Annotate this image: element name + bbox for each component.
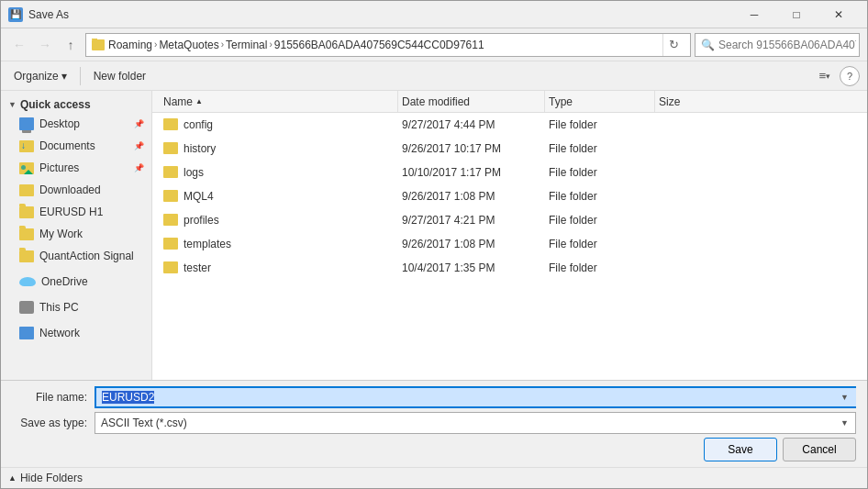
col-date-header[interactable]: Date modified (398, 91, 545, 112)
sidebar-item-downloaded[interactable]: Downloaded (1, 179, 151, 201)
cell-type: File folder (545, 214, 655, 227)
action-right: ≡▾ ? (814, 65, 860, 87)
cell-date: 9/26/2017 10:17 PM (398, 142, 545, 155)
cancel-button[interactable]: Cancel (783, 438, 856, 461)
title-bar: 💾 Save As ─ □ ✕ (1, 1, 867, 28)
cell-date: 10/4/2017 1:35 PM (398, 261, 545, 274)
addr-terminal: Terminal › (226, 39, 273, 51)
col-type-header[interactable]: Type (545, 91, 655, 112)
table-row[interactable]: logs 10/10/2017 1:17 PM File folder (152, 161, 867, 184)
cell-name: logs (160, 166, 398, 179)
table-row[interactable]: templates 9/26/2017 1:08 PM File folder (152, 232, 867, 256)
table-row[interactable]: profiles 9/27/2017 4:21 PM File folder (152, 208, 867, 232)
sidebar-item-onedrive[interactable]: OneDrive (1, 271, 151, 293)
forward-button[interactable]: → (34, 34, 56, 56)
quick-access-label: Quick access (20, 98, 91, 111)
cell-type: File folder (545, 118, 655, 131)
cell-type: File folder (545, 238, 655, 250)
bottom-area: File name: Save as type: ASCII Text (*.c… (1, 380, 867, 467)
network-icon (19, 327, 34, 339)
table-row[interactable]: tester 10/4/2017 1:35 PM File folder (152, 256, 867, 280)
back-button[interactable]: ← (8, 34, 30, 56)
documents-icon: ↓ (19, 140, 34, 152)
maximize-button[interactable]: □ (775, 1, 818, 28)
content-area: ▼ Quick access Desktop 📌 ↓ Documents 📌 (1, 91, 867, 380)
close-button[interactable]: ✕ (818, 1, 860, 28)
save-button[interactable]: Save (704, 438, 777, 461)
quick-access-header[interactable]: ▼ Quick access (1, 94, 151, 113)
pin-icon: 📌 (134, 119, 144, 128)
pin-icon: 📌 (134, 163, 144, 172)
cell-name: MQL4 (160, 190, 398, 203)
network-section: Network (1, 322, 151, 344)
file-list: Name ▲ Date modified Type Size config (152, 91, 867, 380)
quick-access-section: ▼ Quick access Desktop 📌 ↓ Documents 📌 (1, 94, 151, 267)
minimize-button[interactable]: ─ (733, 1, 775, 28)
onedrive-section: OneDrive (1, 271, 151, 293)
addr-metaquotes: MetaQuotes › (159, 39, 224, 51)
cell-date: 9/26/2017 1:08 PM (398, 238, 545, 250)
toolbar-separator (80, 67, 81, 85)
addr-guid: 915566BA06ADA407569C544CC0D97611 (274, 39, 484, 51)
help-button[interactable]: ? (840, 66, 860, 86)
table-row[interactable]: history 9/26/2017 10:17 PM File folder (152, 137, 867, 161)
sidebar-item-label: QuantAction Signal (39, 250, 134, 262)
dialog-buttons: Save Cancel (12, 438, 856, 461)
file-list-header: Name ▲ Date modified Type Size (152, 91, 867, 113)
cell-type: File folder (545, 190, 655, 203)
filetype-select-wrapper: ASCII Text (*.csv) (95, 412, 856, 434)
sidebar-item-documents[interactable]: ↓ Documents 📌 (1, 135, 151, 157)
cell-date: 9/27/2017 4:44 PM (398, 118, 545, 131)
col-name-header[interactable]: Name ▲ (160, 91, 398, 112)
view-button[interactable]: ≡▾ (814, 65, 836, 87)
sidebar-item-eurusd[interactable]: EURUSD H1 (1, 201, 151, 223)
cell-type: File folder (545, 166, 655, 179)
sidebar-item-label: Network (39, 327, 80, 339)
save-as-dialog: 💾 Save As ─ □ ✕ ← → ↑ Roaming › MetaQuot… (0, 0, 868, 489)
onedrive-icon (19, 277, 36, 286)
pictures-icon (19, 162, 34, 174)
sidebar-item-thispc[interactable]: This PC (1, 296, 151, 318)
address-bar[interactable]: Roaming › MetaQuotes › Terminal › 915566… (85, 33, 691, 57)
window-controls: ─ □ ✕ (733, 1, 860, 28)
pin-icon: 📌 (134, 141, 144, 150)
window-title: Save As (28, 8, 733, 21)
filetype-row: Save as type: ASCII Text (*.csv) (12, 412, 856, 434)
filetype-select[interactable]: ASCII Text (*.csv) (95, 412, 856, 434)
sidebar-item-label: Pictures (39, 161, 79, 174)
filetype-label: Save as type: (12, 417, 95, 429)
cell-type: File folder (545, 261, 655, 274)
mywork-folder-icon (19, 228, 34, 240)
thispc-icon (19, 301, 34, 314)
sidebar-item-quantaction[interactable]: QuantAction Signal (1, 245, 151, 267)
search-input[interactable] (718, 39, 856, 51)
search-box[interactable]: 🔍 (695, 33, 860, 57)
col-size-header[interactable]: Size (655, 91, 729, 112)
cell-name: templates (160, 238, 398, 250)
table-row[interactable]: config 9/27/2017 4:44 PM File folder (152, 113, 867, 137)
filename-input-wrapper (95, 386, 856, 408)
sidebar-item-network[interactable]: Network (1, 322, 151, 344)
up-button[interactable]: ↑ (60, 34, 82, 56)
hide-folders-label: Hide Folders (20, 472, 83, 484)
refresh-button[interactable]: ↻ (662, 33, 684, 57)
sidebar-item-label: Downloaded (39, 183, 101, 196)
organize-button[interactable]: Organize ▾ (8, 65, 72, 87)
folder-icon (92, 39, 105, 50)
eurusd-folder-icon (19, 206, 34, 218)
quick-access-chevron: ▼ (8, 100, 17, 109)
hide-folders-bar[interactable]: ▲ Hide Folders (1, 467, 867, 488)
cell-name: profiles (160, 214, 398, 227)
filename-input[interactable] (95, 386, 856, 408)
sidebar-item-pictures[interactable]: Pictures 📌 (1, 157, 151, 179)
sidebar-item-desktop[interactable]: Desktop 📌 (1, 113, 151, 135)
sidebar-item-label: This PC (39, 301, 79, 314)
sidebar-item-label: Documents (39, 139, 95, 152)
window-icon: 💾 (8, 7, 23, 22)
cell-name: history (160, 142, 398, 155)
file-rows-container: config 9/27/2017 4:44 PM File folder his… (152, 113, 867, 280)
new-folder-button[interactable]: New folder (88, 65, 151, 87)
desktop-icon (19, 117, 34, 130)
sidebar-item-mywork[interactable]: My Work (1, 223, 151, 245)
table-row[interactable]: MQL4 9/26/2017 1:08 PM File folder (152, 184, 867, 208)
